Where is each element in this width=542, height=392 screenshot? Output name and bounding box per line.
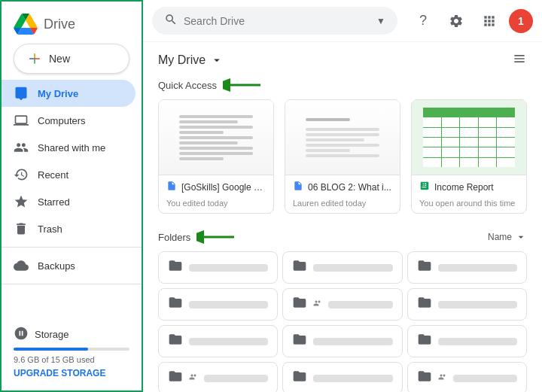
folder-name-7 — [189, 338, 268, 345]
folder-name-12 — [453, 375, 517, 382]
list-view-button[interactable] — [512, 51, 527, 69]
my-drive-title[interactable]: My Drive — [158, 53, 224, 67]
sort-button[interactable]: Name — [488, 231, 527, 243]
storage-used-text: 9.6 GB of 15 GB used — [14, 355, 95, 364]
folder-item-5[interactable] — [282, 288, 402, 321]
help-button[interactable]: ? — [410, 8, 437, 35]
sidebar-item-backups[interactable]: Backups — [2, 252, 136, 279]
sort-arrow-icon — [515, 231, 527, 243]
svg-rect-2 — [34, 53, 35, 58]
folder-icon-10 — [168, 369, 183, 387]
quick-access-card-3[interactable]: Income Report You open around this time — [411, 99, 527, 214]
apps-button[interactable] — [476, 8, 503, 35]
folder-icon-12 — [417, 369, 432, 387]
card-filename-1: [GoSkills] Google Drive R... — [181, 182, 266, 193]
card-info-2: 06 BLOG 2: What i... — [285, 175, 400, 199]
drive-logo-icon — [14, 14, 38, 35]
list-view-icon — [512, 51, 527, 66]
folder-icon-2 — [292, 258, 307, 277]
folder-name-2 — [313, 264, 392, 272]
folder-item-7[interactable] — [158, 325, 278, 357]
sidebar-item-computers[interactable]: Computers — [2, 107, 136, 134]
starred-icon — [14, 194, 29, 209]
quick-access-card-2[interactable]: 06 BLOG 2: What i... Lauren edited today — [285, 99, 400, 214]
storage-icon — [14, 326, 29, 343]
doc-icon-2 — [293, 181, 303, 193]
folder-icon-4 — [168, 295, 183, 314]
quick-access-card-1[interactable]: [GoSkills] Google Drive R... You edited … — [158, 99, 274, 214]
sidebar-item-my-drive[interactable]: My Drive — [2, 80, 136, 107]
starred-label: Starred — [38, 196, 70, 208]
trash-icon — [14, 221, 29, 236]
folder-item-3[interactable] — [407, 251, 527, 284]
my-drive-label: My Drive — [38, 88, 78, 99]
sidebar-item-trash[interactable]: Trash — [2, 215, 136, 242]
sidebar-item-shared[interactable]: Shared with me — [2, 134, 136, 161]
folder-item-1[interactable] — [158, 251, 278, 284]
doc-icon-1 — [166, 181, 177, 193]
topbar-icons: ? 1 — [410, 8, 533, 35]
card-subtext-2: Lauren edited today — [285, 199, 400, 213]
shared-label: Shared with me — [38, 142, 105, 153]
drive-logo: Drive — [14, 14, 75, 35]
sheet-grid — [423, 108, 515, 167]
settings-button[interactable] — [443, 8, 470, 35]
folder-icon-8 — [292, 332, 307, 351]
search-bar[interactable]: ▼ — [152, 7, 397, 35]
backups-icon — [14, 258, 29, 273]
upgrade-storage-link[interactable]: UPGRADE STORAGE — [14, 368, 129, 378]
backups-label: Backups — [38, 260, 75, 272]
computers-icon — [14, 113, 29, 128]
doc-preview-2 — [285, 100, 400, 175]
sheet-preview — [412, 100, 526, 175]
folder-name-8 — [313, 338, 392, 345]
svg-rect-3 — [29, 58, 34, 59]
sidebar-item-recent[interactable]: Recent — [2, 161, 136, 188]
folder-item-4[interactable] — [158, 288, 278, 321]
my-drive-title-text: My Drive — [158, 53, 206, 67]
sidebar-divider-2 — [2, 284, 142, 284]
folder-icon-9 — [417, 332, 432, 351]
folder-item-2[interactable] — [282, 251, 402, 284]
shared-folder-badge-10 — [189, 372, 198, 384]
apps-icon — [482, 14, 497, 29]
shared-folder-badge-12 — [438, 372, 447, 384]
folder-item-12[interactable] — [407, 362, 527, 392]
sidebar-divider — [2, 247, 142, 248]
main-area: ▼ ? 1 My Drive — [143, 0, 542, 392]
search-input[interactable] — [184, 15, 370, 27]
card-thumbnail-1 — [159, 100, 273, 175]
folder-item-11[interactable] — [282, 362, 402, 392]
folder-icon-6 — [417, 295, 432, 314]
storage-label: Storage — [35, 329, 69, 340]
quick-access-label: Quick Access — [158, 80, 217, 91]
folder-name-5 — [328, 301, 392, 308]
card-info-1: [GoSkills] Google Drive R... — [159, 175, 273, 199]
card-thumbnail-3 — [412, 100, 526, 175]
sidebar-item-starred[interactable]: Starred — [2, 188, 136, 215]
computers-label: Computers — [38, 115, 86, 126]
quick-access-row: [GoSkills] Google Drive R... You edited … — [143, 99, 542, 226]
shared-folder-badge-5 — [313, 299, 322, 310]
folder-name-9 — [438, 338, 517, 345]
storage-bar-fill — [14, 348, 88, 351]
folder-icon-3 — [417, 258, 432, 277]
search-dropdown-icon[interactable]: ▼ — [376, 16, 385, 26]
storage-section: Storage 9.6 GB of 15 GB used UPGRADE STO… — [2, 320, 142, 384]
shared-icon — [14, 140, 29, 155]
user-avatar[interactable]: 1 — [509, 9, 533, 33]
folder-item-6[interactable] — [407, 288, 527, 321]
folders-arrow — [196, 229, 242, 245]
doc-preview-1 — [159, 100, 273, 175]
folder-name-10 — [204, 375, 268, 382]
folder-item-9[interactable] — [407, 325, 527, 357]
quick-access-arrow — [223, 77, 268, 93]
folder-item-8[interactable] — [282, 325, 402, 357]
new-button-label: New — [49, 53, 70, 65]
new-button[interactable]: New — [14, 44, 129, 74]
app-title: Drive — [44, 17, 75, 32]
folder-icon-1 — [168, 258, 183, 277]
sidebar: Drive New My Drive Computers — [0, 0, 143, 392]
folder-item-10[interactable] — [158, 362, 278, 392]
folder-name-4 — [189, 301, 268, 308]
